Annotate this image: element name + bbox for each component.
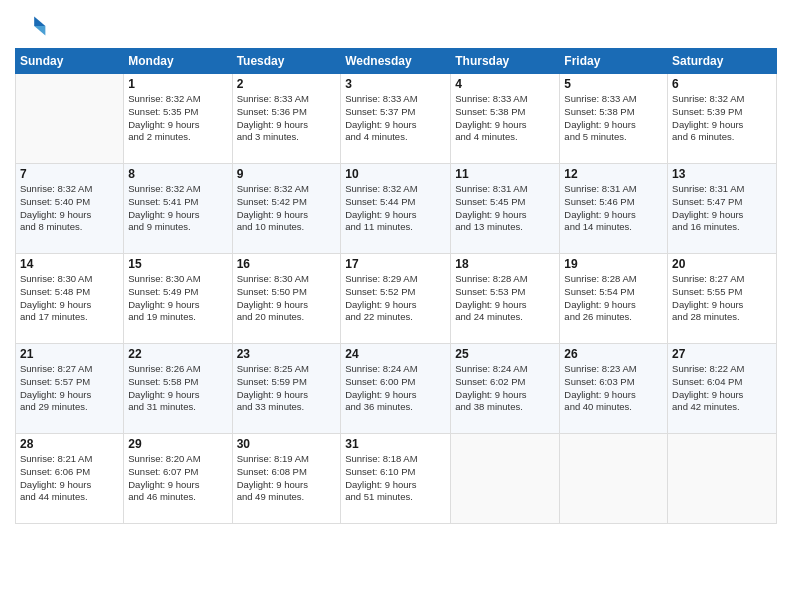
header-thursday: Thursday — [451, 49, 560, 74]
day-info: Sunrise: 8:19 AMSunset: 6:08 PMDaylight:… — [237, 453, 337, 504]
day-cell: 22Sunrise: 8:26 AMSunset: 5:58 PMDayligh… — [124, 344, 232, 434]
day-info: Sunrise: 8:24 AMSunset: 6:00 PMDaylight:… — [345, 363, 446, 414]
day-info: Sunrise: 8:33 AMSunset: 5:38 PMDaylight:… — [564, 93, 663, 144]
day-info: Sunrise: 8:24 AMSunset: 6:02 PMDaylight:… — [455, 363, 555, 414]
day-info: Sunrise: 8:18 AMSunset: 6:10 PMDaylight:… — [345, 453, 446, 504]
day-info: Sunrise: 8:28 AMSunset: 5:53 PMDaylight:… — [455, 273, 555, 324]
day-number: 3 — [345, 77, 446, 91]
day-cell: 8Sunrise: 8:32 AMSunset: 5:41 PMDaylight… — [124, 164, 232, 254]
day-cell — [560, 434, 668, 524]
day-number: 15 — [128, 257, 227, 271]
day-cell: 20Sunrise: 8:27 AMSunset: 5:55 PMDayligh… — [668, 254, 777, 344]
header-monday: Monday — [124, 49, 232, 74]
day-cell: 15Sunrise: 8:30 AMSunset: 5:49 PMDayligh… — [124, 254, 232, 344]
day-info: Sunrise: 8:33 AMSunset: 5:37 PMDaylight:… — [345, 93, 446, 144]
day-number: 6 — [672, 77, 772, 91]
day-number: 10 — [345, 167, 446, 181]
day-number: 31 — [345, 437, 446, 451]
day-number: 21 — [20, 347, 119, 361]
day-number: 22 — [128, 347, 227, 361]
day-cell: 28Sunrise: 8:21 AMSunset: 6:06 PMDayligh… — [16, 434, 124, 524]
header-tuesday: Tuesday — [232, 49, 341, 74]
day-info: Sunrise: 8:30 AMSunset: 5:48 PMDaylight:… — [20, 273, 119, 324]
day-info: Sunrise: 8:21 AMSunset: 6:06 PMDaylight:… — [20, 453, 119, 504]
day-info: Sunrise: 8:32 AMSunset: 5:44 PMDaylight:… — [345, 183, 446, 234]
day-cell: 13Sunrise: 8:31 AMSunset: 5:47 PMDayligh… — [668, 164, 777, 254]
day-cell: 9Sunrise: 8:32 AMSunset: 5:42 PMDaylight… — [232, 164, 341, 254]
week-row-4: 28Sunrise: 8:21 AMSunset: 6:06 PMDayligh… — [16, 434, 777, 524]
day-info: Sunrise: 8:30 AMSunset: 5:49 PMDaylight:… — [128, 273, 227, 324]
day-number: 1 — [128, 77, 227, 91]
day-info: Sunrise: 8:31 AMSunset: 5:45 PMDaylight:… — [455, 183, 555, 234]
day-info: Sunrise: 8:28 AMSunset: 5:54 PMDaylight:… — [564, 273, 663, 324]
svg-marker-1 — [34, 26, 45, 36]
day-number: 24 — [345, 347, 446, 361]
day-cell: 23Sunrise: 8:25 AMSunset: 5:59 PMDayligh… — [232, 344, 341, 434]
day-info: Sunrise: 8:27 AMSunset: 5:55 PMDaylight:… — [672, 273, 772, 324]
day-cell — [668, 434, 777, 524]
day-cell: 7Sunrise: 8:32 AMSunset: 5:40 PMDaylight… — [16, 164, 124, 254]
day-info: Sunrise: 8:26 AMSunset: 5:58 PMDaylight:… — [128, 363, 227, 414]
calendar-header-row: SundayMondayTuesdayWednesdayThursdayFrid… — [16, 49, 777, 74]
day-cell: 27Sunrise: 8:22 AMSunset: 6:04 PMDayligh… — [668, 344, 777, 434]
day-cell: 19Sunrise: 8:28 AMSunset: 5:54 PMDayligh… — [560, 254, 668, 344]
day-cell: 1Sunrise: 8:32 AMSunset: 5:35 PMDaylight… — [124, 74, 232, 164]
header-sunday: Sunday — [16, 49, 124, 74]
day-cell — [451, 434, 560, 524]
week-row-2: 14Sunrise: 8:30 AMSunset: 5:48 PMDayligh… — [16, 254, 777, 344]
day-number: 17 — [345, 257, 446, 271]
day-number: 26 — [564, 347, 663, 361]
day-info: Sunrise: 8:32 AMSunset: 5:35 PMDaylight:… — [128, 93, 227, 144]
day-cell: 24Sunrise: 8:24 AMSunset: 6:00 PMDayligh… — [341, 344, 451, 434]
day-info: Sunrise: 8:31 AMSunset: 5:46 PMDaylight:… — [564, 183, 663, 234]
day-cell: 14Sunrise: 8:30 AMSunset: 5:48 PMDayligh… — [16, 254, 124, 344]
logo — [15, 10, 51, 42]
day-info: Sunrise: 8:33 AMSunset: 5:36 PMDaylight:… — [237, 93, 337, 144]
day-info: Sunrise: 8:32 AMSunset: 5:39 PMDaylight:… — [672, 93, 772, 144]
day-cell: 25Sunrise: 8:24 AMSunset: 6:02 PMDayligh… — [451, 344, 560, 434]
day-cell: 5Sunrise: 8:33 AMSunset: 5:38 PMDaylight… — [560, 74, 668, 164]
day-info: Sunrise: 8:20 AMSunset: 6:07 PMDaylight:… — [128, 453, 227, 504]
day-number: 12 — [564, 167, 663, 181]
day-number: 13 — [672, 167, 772, 181]
page: SundayMondayTuesdayWednesdayThursdayFrid… — [0, 0, 792, 612]
day-cell: 31Sunrise: 8:18 AMSunset: 6:10 PMDayligh… — [341, 434, 451, 524]
day-info: Sunrise: 8:32 AMSunset: 5:40 PMDaylight:… — [20, 183, 119, 234]
day-info: Sunrise: 8:30 AMSunset: 5:50 PMDaylight:… — [237, 273, 337, 324]
header-saturday: Saturday — [668, 49, 777, 74]
week-row-1: 7Sunrise: 8:32 AMSunset: 5:40 PMDaylight… — [16, 164, 777, 254]
day-number: 2 — [237, 77, 337, 91]
week-row-3: 21Sunrise: 8:27 AMSunset: 5:57 PMDayligh… — [16, 344, 777, 434]
day-cell — [16, 74, 124, 164]
day-number: 28 — [20, 437, 119, 451]
day-cell: 2Sunrise: 8:33 AMSunset: 5:36 PMDaylight… — [232, 74, 341, 164]
day-info: Sunrise: 8:27 AMSunset: 5:57 PMDaylight:… — [20, 363, 119, 414]
day-cell: 29Sunrise: 8:20 AMSunset: 6:07 PMDayligh… — [124, 434, 232, 524]
day-cell: 6Sunrise: 8:32 AMSunset: 5:39 PMDaylight… — [668, 74, 777, 164]
day-number: 20 — [672, 257, 772, 271]
day-cell: 12Sunrise: 8:31 AMSunset: 5:46 PMDayligh… — [560, 164, 668, 254]
header-friday: Friday — [560, 49, 668, 74]
day-number: 29 — [128, 437, 227, 451]
day-info: Sunrise: 8:32 AMSunset: 5:42 PMDaylight:… — [237, 183, 337, 234]
header-wednesday: Wednesday — [341, 49, 451, 74]
day-number: 27 — [672, 347, 772, 361]
logo-icon — [15, 10, 47, 42]
day-number: 9 — [237, 167, 337, 181]
day-cell: 17Sunrise: 8:29 AMSunset: 5:52 PMDayligh… — [341, 254, 451, 344]
day-number: 25 — [455, 347, 555, 361]
day-cell: 30Sunrise: 8:19 AMSunset: 6:08 PMDayligh… — [232, 434, 341, 524]
day-cell: 18Sunrise: 8:28 AMSunset: 5:53 PMDayligh… — [451, 254, 560, 344]
day-cell: 11Sunrise: 8:31 AMSunset: 5:45 PMDayligh… — [451, 164, 560, 254]
day-number: 4 — [455, 77, 555, 91]
day-number: 19 — [564, 257, 663, 271]
day-number: 7 — [20, 167, 119, 181]
day-info: Sunrise: 8:31 AMSunset: 5:47 PMDaylight:… — [672, 183, 772, 234]
day-number: 14 — [20, 257, 119, 271]
day-cell: 4Sunrise: 8:33 AMSunset: 5:38 PMDaylight… — [451, 74, 560, 164]
day-cell: 16Sunrise: 8:30 AMSunset: 5:50 PMDayligh… — [232, 254, 341, 344]
day-info: Sunrise: 8:23 AMSunset: 6:03 PMDaylight:… — [564, 363, 663, 414]
svg-marker-0 — [34, 16, 45, 26]
day-info: Sunrise: 8:32 AMSunset: 5:41 PMDaylight:… — [128, 183, 227, 234]
day-number: 16 — [237, 257, 337, 271]
